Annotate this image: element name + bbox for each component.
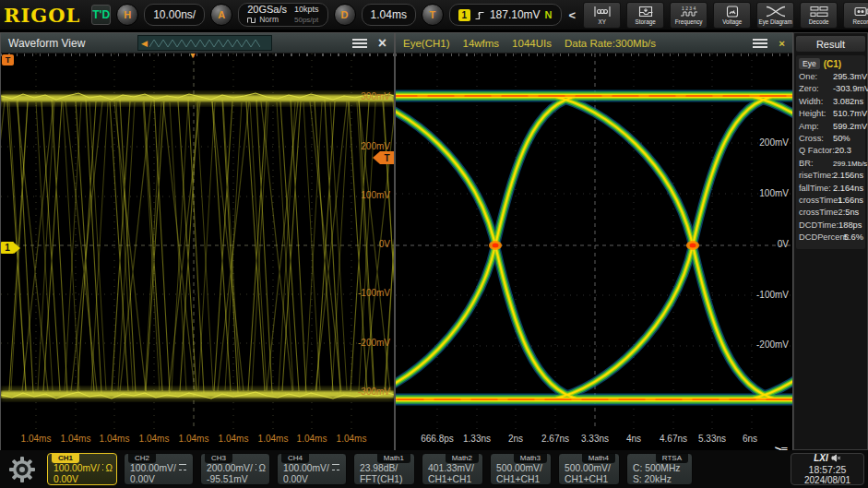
rtsa-span: S: 20kHz — [633, 474, 672, 485]
waveform-nav-strip[interactable]: ◀ — [137, 35, 272, 51]
toolbar-button-record[interactable]: Record — [843, 2, 868, 29]
eye-x-label: 6ns — [730, 434, 770, 444]
waveform-close-icon[interactable]: × — [378, 37, 386, 50]
channel-offset: 0.00V — [283, 474, 308, 485]
channel-tab: CH4 — [281, 454, 309, 463]
eye-diagram-trace — [396, 54, 792, 430]
channel-offset: -95.51mV — [207, 474, 248, 485]
math-tab: Math2 — [446, 454, 479, 463]
eye-close-icon[interactable]: × — [779, 37, 785, 50]
wave-x-label: 1.04ms — [331, 434, 372, 444]
math-expression: FFT(CH1) — [360, 474, 402, 485]
eye-title: Eye(CH1) — [403, 38, 449, 49]
delay-box[interactable]: 1.04ms — [362, 4, 416, 26]
channel1-flag-label: 1 — [1, 242, 14, 254]
channel-scale: 100.00mV/ — [54, 463, 100, 474]
measurement-row: DCDPercent:5.6% — [799, 232, 863, 244]
math-expression: CH1+CH1 — [428, 474, 471, 485]
wave-x-label: 1.04ms — [16, 434, 56, 444]
waveform-trace — [1, 54, 394, 430]
eye-plot-area[interactable]: 200mV 100mV 0V -100mV -200mV — [396, 54, 792, 430]
math-card-math4[interactable]: Math4 500.00mV/ CH1+CH1 — [558, 453, 620, 485]
measurement-row: Cross:50% — [799, 133, 863, 145]
wave-x-label: 1.04ms — [253, 434, 293, 444]
channel-card-ch3[interactable]: CH3 200.00mV/Ω -95.51mV — [200, 453, 270, 485]
measurement-row: Width:3.082ns — [799, 96, 863, 108]
channel-scale: 200.00mV/ — [207, 463, 253, 474]
waveform-menu-icon[interactable] — [352, 39, 367, 48]
waveform-thumbnail-icon — [149, 38, 260, 49]
math-scale: 500.00mV/ — [496, 463, 542, 474]
waveform-plot-area[interactable]: T ▼ 1 300mV 200mV 100mV 0V -100mV -200mV… — [1, 54, 394, 430]
trigger-position-icon[interactable]: ▼ — [188, 54, 197, 60]
measurement-row: BR:299.1Mb/s — [799, 158, 863, 170]
acquire-box[interactable]: 20GSa/s Norm 10kpts 50ps/pt — [238, 3, 327, 27]
eye-x-axis: 666.8ps 1.33ns 2ns 2.67ns 3.33ns 4ns 4.6… — [396, 430, 792, 450]
horizontal-knob[interactable]: H — [116, 4, 138, 26]
math-card-math2[interactable]: Math2 401.33mV/ CH1+CH1 — [422, 453, 483, 485]
toolbar-button-voltage[interactable]: Voltage — [713, 2, 751, 29]
toolbar-scroll-left[interactable]: < — [567, 8, 578, 22]
dc-coupling-icon — [179, 464, 186, 470]
toolbar-label: Frequency — [675, 18, 703, 25]
eye-diagram-panel: Eye(CH1) 14wfms 1044UIs Data Rate:300Mb/… — [395, 32, 793, 450]
result-panel-title: Result — [796, 36, 865, 52]
result-group-chip: Eye — [799, 58, 820, 69]
math-tab: Math3 — [514, 454, 547, 463]
measurement-row: fallTime:2.164ns — [799, 183, 863, 195]
eye-header[interactable]: Eye(CH1) 14wfms 1044UIs Data Rate:300Mb/… — [396, 33, 792, 54]
rtsa-card[interactable]: RTSA C: 500MHz S: 20kHz — [626, 453, 693, 485]
channel-card-ch4[interactable]: CH4 100.00mV/ 0.00V — [277, 453, 347, 485]
result-source: (C1) — [824, 59, 841, 69]
math-card-math1[interactable]: Math1 23.98dB/ FFT(CH1) — [353, 453, 415, 485]
waveform-x-axis: 1.04ms 1.04ms 1.04ms 1.04ms 1.04ms 1.04m… — [1, 430, 394, 450]
acquire-knob[interactable]: A — [210, 4, 232, 26]
channel-card-ch2[interactable]: CH2 100.00mV/ 0.00V — [124, 453, 194, 485]
toolbar-button-xy[interactable]: XY — [583, 2, 621, 29]
trigger-level-flag[interactable]: T — [373, 151, 394, 164]
channel-tab: CH3 — [205, 454, 232, 463]
waveform-view-header[interactable]: Waveform View ◀ × — [1, 33, 394, 54]
dc-coupling-icon — [256, 464, 256, 470]
trigger-status-badge[interactable]: T'D — [91, 5, 111, 25]
sample-rate: 20GSa/s — [247, 5, 287, 15]
rtsa-tab: RTSA — [656, 454, 688, 463]
eye-ui-count: 1044UIs — [512, 38, 552, 49]
settings-button[interactable] — [4, 453, 41, 485]
trigger-source-badge: 1 — [458, 9, 470, 21]
toolbar-label: XY — [598, 18, 605, 25]
measurement-row: Amp:599.2mV — [799, 121, 863, 133]
measurement-row: DCDTime:188ps — [799, 220, 863, 232]
impedance-icon: Ω — [106, 463, 113, 474]
toolbar-button-frequency[interactable]: 1 2 3 4 Frequency — [670, 2, 707, 29]
eye-menu-icon[interactable] — [753, 39, 767, 48]
nav-back-icon[interactable]: ◀ — [141, 39, 148, 48]
system-status-block[interactable]: LXI 18:57:25 2024/08/01 — [791, 453, 864, 485]
horizontal-scale-box[interactable]: 10.00ns/ — [144, 4, 205, 26]
channel-card-ch1[interactable]: CH1 100.00mV/Ω 0.00V — [47, 453, 117, 485]
dc-coupling-icon — [102, 464, 103, 470]
trigger-offscreen-flag[interactable]: T — [2, 54, 14, 65]
eye-y-label: -100mV — [756, 290, 789, 301]
trigger-knob[interactable]: T — [422, 4, 444, 26]
measurement-row: One:295.3mV — [799, 71, 863, 83]
eye-x-label: 1.33ns — [457, 434, 497, 444]
acquire-mode: Norm — [259, 15, 279, 25]
result-panel[interactable]: Result Eye (C1) One:295.3mV Zero:-303.9m… — [793, 32, 868, 450]
math-scale: 23.98dB/ — [360, 463, 398, 474]
toolbar-label: Decode — [809, 18, 829, 25]
delay-knob[interactable]: D — [334, 4, 356, 26]
eye-y-label: 0V — [778, 239, 789, 250]
gear-icon — [7, 455, 37, 484]
wave-y-label: -200mV — [358, 338, 390, 349]
toolbar-button-eye-diagram[interactable]: Eye Diagram — [756, 2, 794, 29]
eye-x-label: 2ns — [495, 434, 536, 444]
math-card-math3[interactable]: Math3 500.00mV/ CH1+CH1 — [490, 453, 552, 485]
trigger-box[interactable]: 1 187.10mV N — [449, 4, 562, 26]
system-time: 18:57:25 — [809, 464, 847, 475]
toolbar-button-storage[interactable]: Storage — [626, 2, 664, 29]
toolbar-button-decode[interactable]: Decode — [800, 2, 838, 29]
waveform-view-panel: Waveform View ◀ × — [0, 32, 395, 450]
channel1-level-flag[interactable]: 1 — [1, 242, 20, 254]
wave-y-label: 300mV — [361, 91, 390, 102]
